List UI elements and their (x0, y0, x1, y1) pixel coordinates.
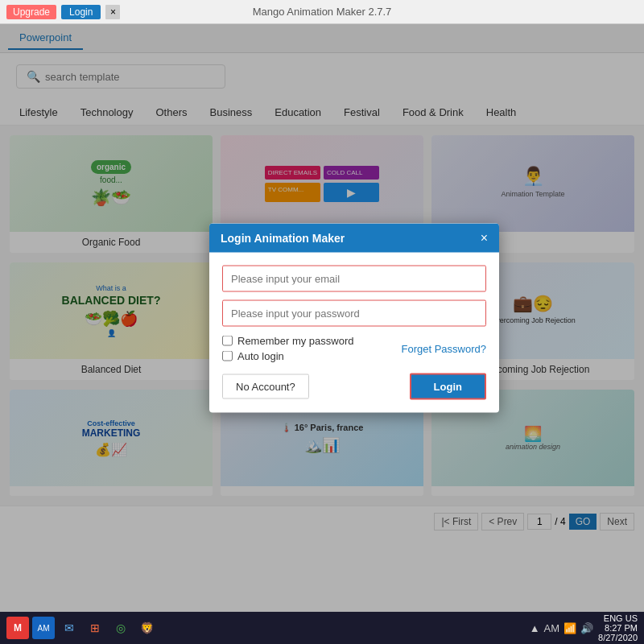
dialog-title: Login Animation Maker (221, 232, 345, 245)
title-bar-left: Upgrade Login × (6, 5, 120, 19)
lang-text: ENG (604, 613, 623, 623)
app-window: Upgrade Login × Mango Animation Maker 2.… (0, 0, 644, 644)
taskbar-chrome-icon[interactable]: ◎ (109, 617, 132, 639)
dialog-close-button[interactable]: × (481, 232, 488, 245)
volume-icon: 🔊 (580, 622, 593, 634)
title-bar: Upgrade Login × Mango Animation Maker 2.… (0, 0, 644, 24)
taskbar-mango-icon[interactable]: M (6, 617, 29, 639)
forget-password-link[interactable]: Forget Password? (402, 342, 487, 354)
upgrade-button[interactable]: Upgrade (6, 5, 56, 19)
taskbar-right: ▲ AM 📶 🔊 ENG US 8:27 PM 8/27/2020 (530, 613, 638, 642)
auto-login-row[interactable]: Auto login (222, 350, 354, 362)
expand-tray-icon[interactable]: ▲ (530, 622, 540, 634)
network-icon: 📶 (564, 622, 576, 634)
remember-label: Remember my password (237, 335, 354, 347)
taskbar-mail-icon[interactable]: ✉ (58, 617, 80, 639)
dialog-header: Login Animation Maker × (209, 224, 499, 253)
auto-login-checkbox[interactable] (222, 351, 233, 361)
login-top-button[interactable]: Login (61, 5, 101, 19)
taskbar-lang: ENG US (598, 613, 638, 623)
no-account-button[interactable]: No Account? (222, 374, 309, 399)
taskbar: M AM ✉ ⊞ ◎ 🦁 ▲ AM 📶 🔊 ENG US 8:27 P (0, 612, 644, 644)
remember-password-row[interactable]: Remember my password (222, 335, 354, 347)
app-content: Powerpoint 🔍 Lifestyle Technology Others… (0, 24, 644, 612)
taskbar-app-icon[interactable]: AM (32, 617, 55, 639)
auto-login-label: Auto login (237, 350, 284, 362)
window-close-button[interactable]: × (105, 5, 120, 19)
login-dialog: Login Animation Maker × Remember my pass… (209, 224, 499, 413)
taskbar-office-icon[interactable]: ⊞ (84, 617, 106, 639)
dialog-options: Remember my password Auto login Forget P… (222, 335, 486, 362)
dialog-body: Remember my password Auto login Forget P… (209, 253, 499, 413)
taskbar-time-area: ENG US 8:27 PM 8/27/2020 (598, 613, 638, 642)
password-input[interactable] (222, 300, 486, 327)
taskbar-clock: 8:27 PM (598, 623, 638, 633)
dialog-footer: No Account? Login (222, 374, 486, 400)
lang-badge: AM (544, 622, 560, 634)
taskbar-left: M AM ✉ ⊞ ◎ 🦁 (6, 617, 158, 639)
dialog-options-left: Remember my password Auto login (222, 335, 354, 362)
login-submit-button[interactable]: Login (410, 374, 486, 400)
remember-checkbox[interactable] (222, 336, 233, 346)
region-text: US (625, 613, 638, 623)
app-title: Mango Animation Maker 2.7.7 (253, 6, 392, 18)
taskbar-brave-icon[interactable]: 🦁 (135, 617, 158, 639)
email-input[interactable] (222, 266, 486, 292)
taskbar-sys-icons: ▲ AM 📶 🔊 (530, 622, 593, 634)
taskbar-date: 8/27/2020 (598, 633, 638, 642)
